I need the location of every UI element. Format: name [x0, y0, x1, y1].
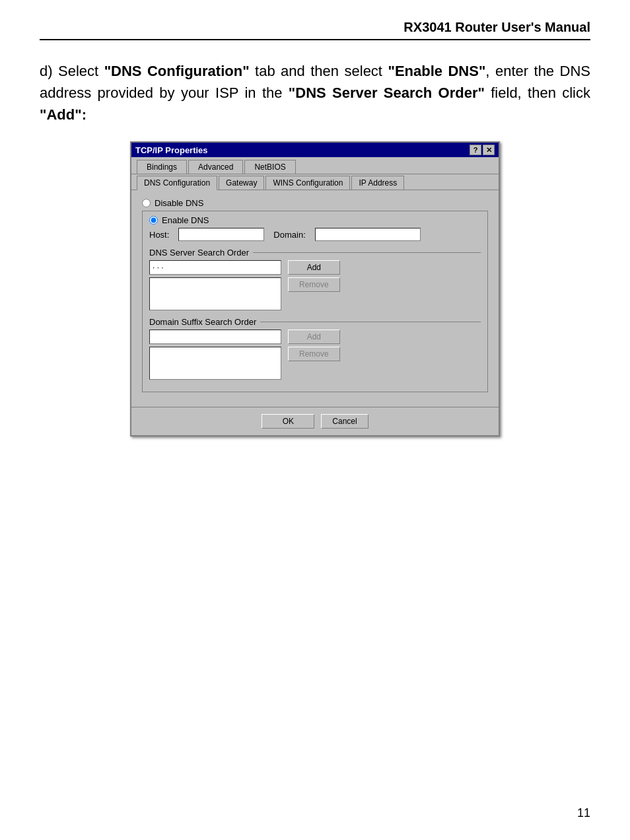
tab-netbios[interactable]: NetBIOS	[244, 160, 295, 174]
enable-dns-group: Enable DNS Host: Domain: DNS Server Sear…	[142, 211, 488, 392]
enable-dns-label: Enable DNS	[162, 215, 209, 225]
dns-input-row: · · · Add Remove	[149, 260, 481, 310]
disable-dns-label: Disable DNS	[155, 198, 203, 208]
dialog-controls: ? ✕	[470, 145, 495, 155]
host-domain-row: Host: Domain:	[149, 228, 481, 241]
dialog-body: Disable DNS Enable DNS Host: Domain: DNS	[131, 190, 499, 407]
instruction-paragraph: d) Select "DNS Configuration" tab and th…	[40, 60, 590, 125]
dns-btn-group: Add Remove	[288, 260, 340, 292]
tabs-row-1: Bindings Advanced NetBIOS	[131, 157, 499, 174]
help-button[interactable]: ?	[470, 145, 481, 155]
tcp-ip-properties-dialog: TCP/IP Properties ? ✕ Bindings Advanced …	[130, 141, 500, 437]
tab-gateway[interactable]: Gateway	[219, 176, 264, 190]
instruction-part4: field, then click	[485, 85, 590, 101]
dns-add-button[interactable]: Add	[288, 260, 340, 275]
instruction-part2: tab and then select	[250, 63, 388, 79]
tab-ip-address[interactable]: IP Address	[351, 176, 404, 190]
tab-dns-configuration[interactable]: DNS Configuration	[137, 176, 217, 190]
ok-button[interactable]: OK	[262, 414, 314, 429]
dialog-titlebar: TCP/IP Properties ? ✕	[131, 143, 499, 157]
dialog-title: TCP/IP Properties	[135, 145, 470, 155]
enable-dns-radio[interactable]	[149, 216, 158, 225]
domain-label: Domain:	[273, 230, 305, 240]
dialog-footer: OK Cancel	[131, 407, 499, 435]
enable-dns-radio-item[interactable]: Enable DNS	[149, 215, 481, 225]
instruction-part1: d) Select	[40, 63, 104, 79]
suffix-remove-button[interactable]: Remove	[288, 347, 340, 361]
domain-suffix-section: Domain Suffix Search Order Add Remove	[149, 317, 481, 380]
instruction-bold2: "Enable DNS"	[388, 63, 485, 79]
page-header: RX3041 Router User's Manual	[40, 20, 590, 40]
instruction-bold4: "Add":	[40, 106, 87, 123]
suffix-add-button[interactable]: Add	[288, 330, 340, 344]
suffix-input-row: Add Remove	[149, 330, 481, 380]
tabs-row-2: DNS Configuration Gateway WINS Configura…	[131, 174, 499, 190]
suffix-list-area[interactable]	[149, 347, 281, 380]
suffix-entry-field[interactable]	[149, 330, 281, 344]
host-label: Host:	[149, 230, 169, 240]
domain-suffix-section-label: Domain Suffix Search Order	[149, 317, 481, 327]
instruction-bold1: "DNS Configuration"	[104, 63, 250, 79]
dns-entry-dots: · · ·	[153, 263, 164, 272]
manual-title: RX3041 Router User's Manual	[403, 20, 590, 35]
dns-server-section: DNS Server Search Order · · · Add Remove	[149, 248, 481, 310]
instruction-bold3: "DNS Server Search Order"	[289, 85, 485, 101]
dns-server-section-label: DNS Server Search Order	[149, 248, 481, 258]
cancel-button[interactable]: Cancel	[321, 414, 368, 429]
dns-entry-field[interactable]: · · ·	[149, 260, 281, 275]
tab-wins-configuration[interactable]: WINS Configuration	[265, 176, 350, 190]
tab-bindings[interactable]: Bindings	[137, 160, 187, 174]
page-number: 11	[577, 806, 590, 820]
suffix-btn-group: Add Remove	[288, 330, 340, 361]
dns-remove-button[interactable]: Remove	[288, 277, 340, 292]
tab-advanced[interactable]: Advanced	[188, 160, 243, 174]
host-input[interactable]	[178, 228, 264, 241]
disable-dns-radio-item[interactable]: Disable DNS	[142, 198, 488, 208]
dns-list-area[interactable]	[149, 277, 281, 310]
domain-input[interactable]	[315, 228, 421, 241]
disable-dns-radio[interactable]	[142, 199, 151, 207]
page: RX3041 Router User's Manual d) Select "D…	[0, 0, 630, 840]
close-button[interactable]: ✕	[483, 145, 495, 155]
